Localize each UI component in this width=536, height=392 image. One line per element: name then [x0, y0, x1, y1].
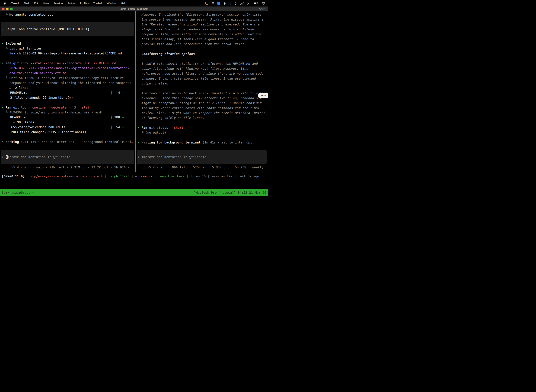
- thinking-heading: Considering citation options: [142, 51, 268, 56]
- target-icon[interactable]: ◉: [224, 2, 226, 5]
- ran-git-log-line: •Rangit log--oneline --decorate -n 5 --s…: [0, 105, 135, 110]
- diffstat-line: README.md|4+: [0, 90, 135, 95]
- chevron-right-icon: ›: [138, 154, 142, 159]
- explored-search-line: Search2026-03-09-is-legal-the-same-as-le…: [0, 51, 135, 56]
- omx-status-bar: [OMX#0.11.9]cczip/essay/ai-reimplementat…: [0, 172, 268, 189]
- diffstat-number: 54: [112, 125, 120, 130]
- waiting-label-dim: Wai: [142, 140, 147, 144]
- menu-item-toolbelt[interactable]: Toolbelt: [93, 2, 103, 5]
- pipe-separator: |: [110, 91, 112, 94]
- menu-item-edit[interactable]: Edit: [34, 2, 38, 5]
- ran-git-show-line: •Rangit show--stat --oneline --decorate …: [0, 61, 135, 66]
- menu-item-profiles[interactable]: Profiles: [80, 2, 89, 5]
- window-icon[interactable]: ▯: [235, 2, 236, 5]
- close-button[interactable]: [2, 8, 5, 10]
- log-commit-line: └4b9d30f (origin/main, instructkr/main, …: [0, 110, 135, 115]
- thinking-paragraph: However, I noticed the "Directory Struct…: [142, 12, 268, 47]
- pipe-separator: |: [110, 125, 112, 129]
- tree-branch-icon: └: [142, 130, 145, 135]
- waiting-meta: (1m 41s • esc to interrupt): [202, 140, 254, 144]
- more-lines-text: +1901 lines: [13, 120, 34, 124]
- agents-status-line: └No agents completed yet: [0, 12, 135, 17]
- wifi-icon[interactable]: [262, 2, 265, 5]
- list-verb: List: [9, 47, 17, 50]
- separator: |: [187, 174, 188, 178]
- grid-icon[interactable]: ⊞: [212, 2, 214, 5]
- zoom-button[interactable]: [10, 8, 13, 10]
- traffic-lights: [0, 8, 13, 10]
- working-status-line: •Working(11m 13s • esc to interrupt) · 1…: [0, 140, 135, 144]
- separator: |: [207, 174, 210, 178]
- thinking-text: I could cite commit statistics or refere…: [142, 62, 233, 65]
- menu-item-view[interactable]: View: [43, 2, 49, 5]
- diffstat-count: |54+: [110, 125, 124, 130]
- bullet-icon: •: [138, 140, 142, 145]
- readme-filename: README.md: [233, 62, 250, 65]
- menu-item-scripts[interactable]: Scripts: [67, 2, 76, 5]
- screen-recording-icon[interactable]: [206, 2, 208, 5]
- blank-line: [0, 56, 135, 61]
- tree-branch-icon: └: [6, 110, 10, 115]
- menu-item-window[interactable]: Window: [107, 2, 116, 5]
- show-filename-line-2: and-the-erosion-of-copyleft.md: [0, 71, 135, 75]
- desktop: iTerm2 Shell Edit View Session Scripts P…: [0, 0, 268, 196]
- tree-branch-icon: └: [6, 75, 10, 80]
- search-verb: Search: [9, 51, 21, 55]
- apple-icon[interactable]: [4, 2, 6, 5]
- inject-banner-line: ›Ralph loop active continue [OMX_TMUX_IN…: [1, 27, 134, 32]
- explored-line: •Explored: [0, 41, 135, 46]
- separator: |: [234, 174, 236, 178]
- omx-turns: turns:10: [191, 174, 206, 178]
- omx-last: last:5m ago: [238, 174, 259, 178]
- omx-ralph: ralph:11/20: [109, 174, 129, 178]
- omx-mode: ultrawork: [135, 174, 153, 178]
- prompt-text: mprove documentation in @filename: [8, 155, 71, 159]
- working-meta: (11m 13s • esc to interrupt) · 1 backgro…: [21, 140, 133, 144]
- blue-app-icon[interactable]: [217, 2, 220, 5]
- inject-banner: ›Ralph loop active continue [OMX_TMUX_IN…: [1, 22, 134, 36]
- menu-item-session[interactable]: Session: [53, 2, 63, 5]
- git-flags: --oneline --decorate -n 5 --stat: [29, 106, 90, 109]
- minimize-button[interactable]: [6, 8, 9, 10]
- diffstat-number: 280: [112, 115, 120, 120]
- blank-line: [136, 135, 268, 140]
- menu-item-shell[interactable]: Shell: [24, 2, 29, 5]
- ran-label: Ran: [6, 61, 11, 65]
- prompt-input[interactable]: ›Improve documentation in @filename: [137, 150, 267, 164]
- no-output-text: (no output): [145, 131, 166, 134]
- diffstat-line: README.md|280+: [0, 115, 135, 120]
- search-args: 2026-03-09-is-legal-the-same-as-legitima…: [23, 51, 122, 55]
- diffstat-file: src/voice/voiceModeEnabled.ts: [10, 125, 65, 129]
- blank-line: [0, 100, 135, 105]
- bullet-icon: •: [2, 41, 6, 46]
- commit-text: 067f154 (HEAD -> essay/ai-reimplementati…: [9, 76, 124, 80]
- git-flags: --stat --oneline --decorate HEAD -- READ…: [30, 61, 116, 65]
- text-cursor: I: [6, 155, 8, 159]
- diffstat-summary: 2 files changed, 92 insertions(+): [0, 95, 135, 100]
- git-flags: --short: [170, 126, 183, 129]
- input-source-icon[interactable]: A: [247, 2, 250, 5]
- prompt-input[interactable]: ›Improve documentation in @filename: [1, 150, 134, 164]
- waiting-status-line: •Waiting for background terminal(1m 41s …: [136, 140, 268, 145]
- chevron-right-icon: ›: [2, 27, 6, 32]
- omx-team: team:1 workers: [158, 174, 185, 178]
- waiting-label: ting for background terminal: [147, 140, 201, 144]
- battery-icon[interactable]: [254, 2, 258, 5]
- ran-label: Ran: [142, 126, 147, 129]
- diffstat-line: src/voice/voiceModeEnabled.ts|54+: [0, 125, 135, 130]
- bullet-icon: •: [2, 105, 6, 110]
- diffstat-number: 4: [112, 90, 120, 95]
- explored-ls-line: └Listgit ls-files: [0, 46, 135, 51]
- screen-notification[interactable]: Scre: [258, 93, 268, 98]
- diffstat-count: |4+: [110, 90, 124, 95]
- no-output-line: └(no output): [136, 130, 268, 135]
- dots-grid-icon[interactable]: ⣿: [229, 2, 231, 5]
- menu-item-help[interactable]: Help: [121, 2, 126, 5]
- left-terminal-pane[interactable]: └No agents completed yet ›Ralph loop act…: [0, 11, 135, 172]
- menubar-status-icons: ⊞ ◉ ⣿ ▯ 61 A: [206, 2, 265, 5]
- right-terminal-pane[interactable]: However, I noticed the "Directory Struct…: [136, 11, 268, 172]
- badge-61[interactable]: 61: [240, 2, 244, 5]
- menu-item-iterm2[interactable]: iTerm2: [10, 2, 19, 5]
- separator: |: [154, 174, 156, 178]
- window-titlebar[interactable]: omx --xhigh --madmax ⌥⌘1: [0, 6, 268, 11]
